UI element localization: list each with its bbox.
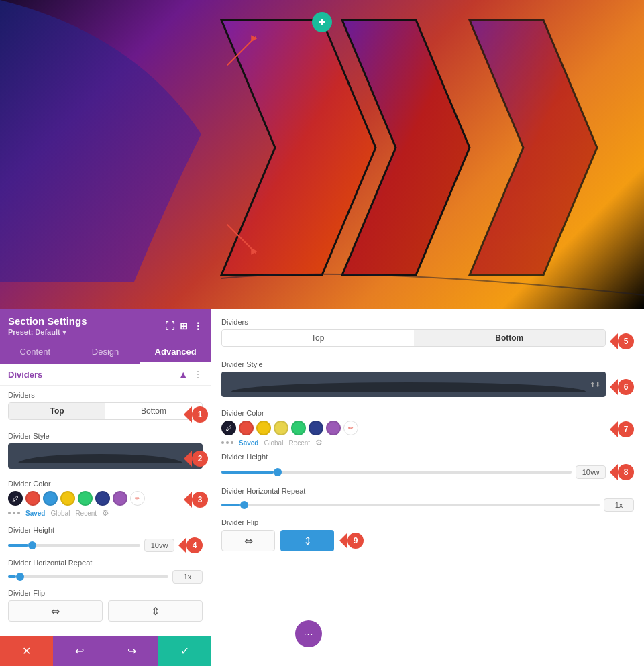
right-divider-hrepeat-label: Divider Horizontal Repeat	[221, 487, 634, 495]
divider-flip-label: Divider Flip	[8, 589, 203, 597]
color-swatch-yellow[interactable]	[60, 491, 75, 506]
badge-7: 7	[618, 421, 634, 437]
fullscreen-icon[interactable]: ⛶	[165, 321, 174, 331]
color-swatch-purple[interactable]	[113, 491, 127, 506]
right-dividers: Dividers Top Bottom 5 Divider Style	[221, 315, 634, 565]
left-panel: Section Settings Preset: Default ▾ ⛶ ⊞ ⋮…	[0, 309, 211, 666]
right-bottom-btn[interactable]: Bottom	[414, 330, 606, 346]
right-color-tab-recent[interactable]: Recent	[288, 439, 310, 447]
divider-hrepeat-value[interactable]: 1x	[172, 570, 203, 584]
right-color-tab-saved[interactable]: Saved	[239, 439, 258, 447]
badge-6: 6	[618, 379, 634, 395]
right-color-dots[interactable]	[221, 441, 233, 444]
divider-style-label: Divider Style	[8, 432, 203, 440]
color-tab-global[interactable]: Global	[50, 510, 70, 517]
badge-9: 9	[347, 533, 364, 549]
right-dividers-label: Dividers	[221, 318, 634, 326]
svg-marker-2	[470, 20, 597, 275]
float-menu-icon: ···	[304, 628, 314, 639]
right-top-btn[interactable]: Top	[222, 330, 414, 346]
divider-style-preview[interactable]: ⬆⬇	[8, 443, 203, 469]
right-content: Dividers Top Bottom 5 Divider Style	[211, 309, 644, 666]
right-divider-height-label: Divider Height	[221, 453, 634, 461]
tab-content[interactable]: Content	[0, 341, 70, 364]
tab-advanced[interactable]: Advanced	[140, 341, 211, 364]
right-color-swatch-yellow2[interactable]	[274, 421, 288, 435]
color-settings-icon[interactable]: ⚙	[102, 508, 109, 518]
color-eyedropper[interactable]: 🖊	[8, 491, 23, 506]
right-divider-height-value[interactable]: 10vw	[576, 465, 606, 479]
right-color-swatch-darkblue[interactable]	[309, 421, 323, 435]
color-swatch-darkblue[interactable]	[95, 491, 110, 506]
divider-height-value[interactable]: 10vw	[144, 539, 174, 552]
color-dots[interactable]	[8, 512, 20, 514]
undo-button[interactable]: ↩	[53, 636, 106, 666]
top-divider-btn[interactable]: Top	[9, 403, 105, 419]
right-color-swatch-red[interactable]	[239, 421, 254, 435]
action-bar: ✕ ↩ ↪ ✓	[0, 636, 211, 666]
color-swatch-green[interactable]	[78, 491, 93, 506]
flip-horizontal-btn[interactable]: ⇔	[8, 600, 103, 622]
redo-button[interactable]: ↪	[106, 636, 159, 666]
right-divider-style-label: Divider Style	[221, 360, 634, 368]
right-color-swatch-green[interactable]	[291, 421, 306, 435]
panel-title-text: Section Settings	[8, 315, 87, 327]
canvas-area: +	[0, 0, 644, 309]
color-swatch-red[interactable]	[25, 491, 40, 506]
svg-marker-0	[221, 20, 376, 275]
right-color-swatch-yellow[interactable]	[256, 421, 271, 435]
panels-container: Section Settings Preset: Default ▾ ⛶ ⊞ ⋮…	[0, 309, 644, 666]
cancel-button[interactable]: ✕	[0, 636, 53, 666]
divider-color-label: Divider Color	[8, 480, 203, 488]
confirm-button[interactable]: ✓	[158, 636, 211, 666]
color-tab-recent[interactable]: Recent	[75, 510, 97, 517]
right-divider-style-preview[interactable]: ⬆⬇	[221, 372, 606, 397]
right-divider-hrepeat-value[interactable]: 1x	[604, 498, 634, 512]
panel-header: Section Settings Preset: Default ▾ ⛶ ⊞ ⋮	[0, 309, 211, 341]
right-divider-color-label: Divider Color	[221, 409, 634, 417]
badge-5: 5	[618, 333, 634, 349]
dividers-menu-icon[interactable]: ⋮	[193, 369, 203, 380]
right-color-swatch-purple[interactable]	[326, 421, 341, 435]
plus-icon: +	[319, 15, 326, 30]
panel-preset[interactable]: Preset: Default ▾	[8, 328, 87, 337]
flip-vertical-btn[interactable]: ⇕	[108, 600, 203, 622]
divider-height-label: Divider Height	[8, 526, 203, 534]
color-pencil[interactable]: ✏	[130, 491, 145, 506]
float-menu-button[interactable]: ···	[295, 620, 322, 647]
panel-tabs: Content Design Advanced	[0, 341, 211, 364]
right-color-pencil[interactable]: ✏	[343, 421, 358, 435]
right-color-tab-global[interactable]: Global	[264, 439, 283, 447]
panel-body: Dividers ▲ ⋮ Dividers Top Bottom	[0, 364, 211, 666]
badge-1: 1	[192, 406, 208, 423]
badge-3: 3	[192, 492, 208, 508]
canvas-background	[0, 0, 644, 309]
right-color-settings-icon[interactable]: ⚙	[315, 438, 323, 447]
more-options-icon[interactable]: ⋮	[193, 321, 203, 331]
collapse-icon[interactable]: ▲	[178, 369, 188, 380]
badge-2: 2	[192, 451, 208, 467]
right-flip-horizontal-btn[interactable]: ⇔	[221, 530, 275, 551]
right-divider-flip-label: Divider Flip	[221, 518, 634, 526]
badge-8: 8	[618, 464, 634, 480]
dividers-section-title: Dividers	[8, 370, 42, 380]
add-section-button[interactable]: +	[312, 12, 332, 32]
tab-design[interactable]: Design	[70, 341, 141, 364]
dividers-label: Dividers	[8, 391, 203, 399]
color-tab-saved[interactable]: Saved	[25, 510, 45, 517]
right-color-eyedropper[interactable]: 🖊	[221, 421, 236, 435]
divider-hrepeat-label: Divider Horizontal Repeat	[8, 559, 203, 567]
badge-4: 4	[186, 537, 203, 553]
right-flip-vertical-btn[interactable]: ⇕	[280, 530, 334, 551]
right-dropdown-icon: ⬆⬇	[590, 381, 600, 388]
split-view-icon[interactable]: ⊞	[180, 321, 188, 331]
color-swatch-blue[interactable]	[43, 491, 58, 506]
